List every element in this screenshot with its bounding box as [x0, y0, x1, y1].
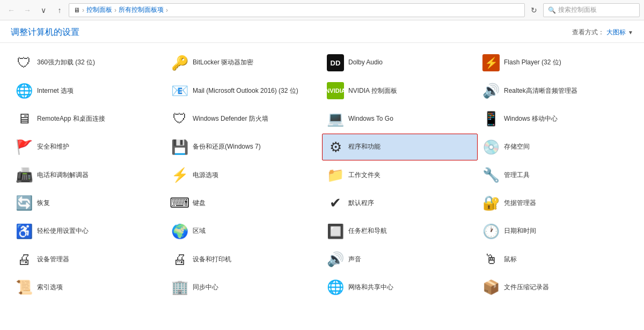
grid-item-default[interactable]: ✔ 默认程序 — [322, 190, 478, 217]
item-icon-internet: 🌐 — [16, 82, 33, 99]
grid-item-networkcenter[interactable]: 🏢 同步中心 — [166, 274, 322, 301]
grid-item-winmobility[interactable]: 📱 Windows 移动中心 — [478, 106, 633, 133]
item-label-scroll: 索引选项 — [37, 283, 63, 292]
grid-item-bitlocker[interactable]: 🔑 BitLocker 驱动器加密 — [166, 49, 322, 76]
grid-item-mouse[interactable]: 🖱 鼠标 — [478, 246, 633, 273]
item-icon-phone: 📠 — [16, 166, 33, 184]
item-label-recovery: 恢复 — [37, 199, 50, 208]
view-current[interactable]: 大图标 — [606, 28, 626, 37]
grid-item-device[interactable]: 🖨 设备管理器 — [11, 246, 166, 273]
grid-item-360[interactable]: 🛡 360强力卸载 (32 位) — [11, 49, 166, 76]
item-icon-scroll: 📜 — [16, 279, 33, 296]
item-icon-mouse: 🖱 — [482, 251, 500, 268]
refresh-button[interactable]: ↻ — [527, 3, 541, 17]
item-label-wintogo: Windows To Go — [348, 115, 393, 123]
grid-item-workfolder[interactable]: 📁 工作文件夹 — [322, 162, 478, 188]
grid-item-sound[interactable]: 🔊 声音 — [322, 246, 478, 273]
grid-item-power[interactable]: ⚡ 电源选项 — [166, 162, 322, 188]
grid-item-security[interactable]: 🚩 安全和维护 — [11, 134, 166, 160]
item-icon-bitlocker: 🔑 — [171, 54, 188, 71]
grid-item-mgmttool[interactable]: 🔧 管理工具 — [478, 162, 633, 188]
back-button[interactable]: ← — [4, 3, 18, 17]
item-icon-winmobility: 📱 — [482, 111, 500, 128]
item-label-taskbar: 任务栏和导航 — [348, 227, 387, 236]
item-icon-networkcenter: 🏢 — [171, 279, 188, 296]
item-icon-backup: 💾 — [171, 138, 188, 156]
grid-item-keyboard[interactable]: ⌨ 键盘 — [166, 190, 322, 217]
search-icon: 🔍 — [548, 6, 556, 14]
item-label-sound: 声音 — [348, 255, 361, 264]
item-label-workfolder: 工作文件夹 — [348, 171, 380, 180]
item-icon-defender: 🛡 — [171, 111, 188, 128]
item-icon-mgmttool: 🔧 — [482, 166, 500, 184]
item-icon-default: ✔ — [327, 195, 344, 212]
grid-item-remoteapp[interactable]: 🖥 RemoteApp 和桌面连接 — [11, 106, 166, 133]
grid-item-ease[interactable]: ♿ 轻松使用设置中心 — [11, 218, 166, 245]
item-label-backup: 备份和还原(Windows 7) — [193, 143, 261, 151]
search-placeholder[interactable]: 搜索控制面板 — [558, 5, 597, 14]
item-icon-credential: 🔐 — [482, 195, 500, 212]
item-label-credential: 凭据管理器 — [504, 199, 536, 208]
grid-item-credential[interactable]: 🔐 凭据管理器 — [478, 190, 633, 217]
item-icon-remoteapp: 🖥 — [16, 111, 33, 128]
item-label-phone: 电话和调制解调器 — [37, 171, 89, 180]
item-label-winmobility: Windows 移动中心 — [504, 115, 558, 123]
item-icon-dolby: DD — [327, 54, 344, 71]
item-icon-recovery: 🔄 — [16, 195, 33, 212]
item-icon-realtek: 🔊 — [482, 82, 500, 99]
grid-item-wintogo[interactable]: 💻 Windows To Go — [322, 106, 478, 133]
item-icon-360: 🛡 — [16, 54, 33, 71]
grid-item-nvidia[interactable]: NVIDIA NVIDIA 控制面板 — [322, 77, 478, 104]
forward-button[interactable]: → — [20, 3, 34, 17]
up-button[interactable]: ↑ — [53, 3, 67, 17]
item-label-ease: 轻松使用设置中心 — [37, 227, 89, 236]
item-label-datetime: 日期和时间 — [504, 227, 536, 236]
item-label-filedepot: 文件压缩记录器 — [504, 283, 549, 292]
item-icon-storage: 💿 — [482, 138, 500, 156]
grid-item-mail[interactable]: 📧 Mail (Microsoft Outlook 2016) (32 位) — [166, 77, 322, 104]
item-icon-region: 🌍 — [171, 223, 188, 240]
grid-item-scroll[interactable]: 📜 索引选项 — [11, 274, 166, 301]
item-label-bitlocker: BitLocker 驱动器加密 — [193, 58, 253, 67]
item-label-power: 电源选项 — [193, 171, 218, 180]
item-icon-security: 🚩 — [16, 138, 33, 156]
item-label-storage: 存储空间 — [504, 143, 530, 151]
grid-item-internet[interactable]: 🌐 Internet 选项 — [11, 77, 166, 104]
item-icon-mail: 📧 — [171, 82, 188, 99]
grid-item-datetime[interactable]: 🕐 日期和时间 — [478, 218, 633, 245]
item-label-default: 默认程序 — [348, 199, 374, 208]
grid-item-filedepot[interactable]: 📦 文件压缩记录器 — [478, 274, 633, 301]
item-label-printer: 设备和打印机 — [193, 255, 231, 264]
item-icon-datetime: 🕐 — [482, 223, 500, 240]
grid-item-region[interactable]: 🌍 区域 — [166, 218, 322, 245]
item-label-networkcenter: 同步中心 — [193, 283, 218, 292]
grid-item-phone[interactable]: 📠 电话和调制解调器 — [11, 162, 166, 188]
item-icon-nvidia: NVIDIA — [327, 82, 344, 99]
content-header: 调整计算机的设置 查看方式： 大图标 ▼ — [0, 20, 644, 43]
item-icon-ease: ♿ — [16, 223, 33, 240]
grid-item-recovery[interactable]: 🔄 恢复 — [11, 190, 166, 217]
grid-item-taskbar[interactable]: 🔲 任务栏和导航 — [322, 218, 478, 245]
items-grid: 🛡 360强力卸载 (32 位) 🔑 BitLocker 驱动器加密 DD Do… — [0, 43, 644, 307]
grid-item-printer[interactable]: 🖨 设备和打印机 — [166, 246, 322, 273]
breadcrumb-all-items[interactable]: 所有控制面板项 — [119, 5, 164, 14]
item-label-defender: Windows Defender 防火墙 — [193, 115, 268, 123]
grid-item-realtek[interactable]: 🔊 Realtek高清晰音频管理器 — [478, 77, 633, 104]
breadcrumb-control-panel[interactable]: 控制面板 — [86, 5, 112, 14]
item-label-region: 区域 — [193, 227, 206, 236]
grid-item-netshare[interactable]: 🌐 网络和共享中心 — [322, 274, 478, 301]
grid-item-storage[interactable]: 💿 存储空间 — [478, 134, 633, 160]
search-box: 🔍 搜索控制面板 — [543, 3, 640, 17]
dropdown-button[interactable]: ∨ — [36, 3, 50, 17]
view-dropdown-icon[interactable]: ▼ — [628, 30, 633, 35]
grid-item-backup[interactable]: 💾 备份和还原(Windows 7) — [166, 134, 322, 160]
grid-item-flash[interactable]: ⚡ Flash Player (32 位) — [478, 49, 633, 76]
item-label-netshare: 网络和共享中心 — [348, 283, 393, 292]
item-icon-sound: 🔊 — [327, 251, 344, 268]
item-label-mail: Mail (Microsoft Outlook 2016) (32 位) — [193, 87, 298, 96]
grid-item-defender[interactable]: 🛡 Windows Defender 防火墙 — [166, 106, 322, 133]
item-label-flash: Flash Player (32 位) — [504, 58, 561, 67]
item-icon-printer: 🖨 — [171, 251, 188, 268]
grid-item-dolby[interactable]: DD Dolby Audio — [322, 49, 478, 76]
grid-item-programs[interactable]: ⚙ 程序和功能 — [322, 134, 478, 160]
